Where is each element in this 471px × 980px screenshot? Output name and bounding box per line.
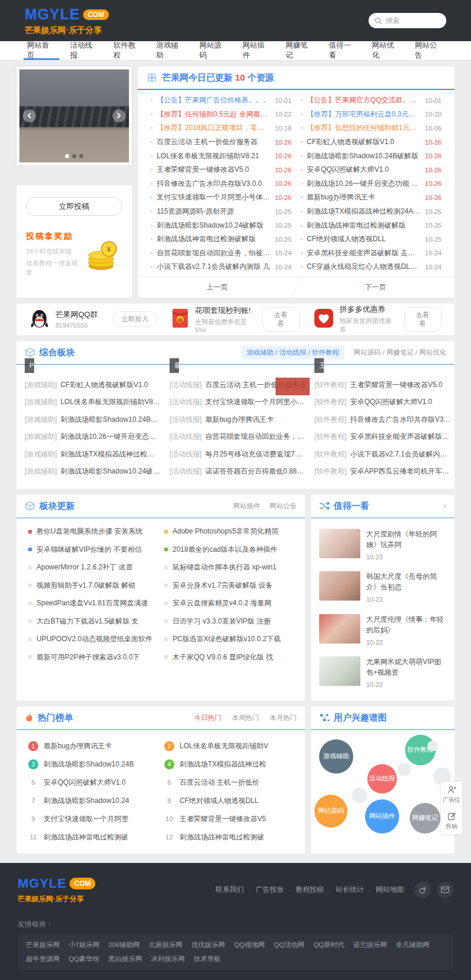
nav-item-软件教程[interactable]: 软件教程 (106, 41, 149, 60)
resource-link[interactable]: 刺激战场10.26一键开启变态功能 脚本... (61, 432, 161, 442)
resource-link[interactable]: CF绝对领域人物透视DLL (307, 234, 420, 244)
nav-item-网赚笔记[interactable]: 网赚笔记 (278, 41, 321, 60)
resource-link[interactable]: 【公告】芒果网广告位价格表。。。 (157, 95, 270, 105)
resource-link[interactable]: 刺激战场暗影Shadow10.24B破解版 (61, 415, 161, 425)
friend-link[interactable]: 非凡辅助网 (396, 941, 430, 949)
nav-item-值得一看[interactable]: 值得一看 (321, 41, 364, 60)
combo-tab-active[interactable]: 游戏辅助 / 活动线报 / 软件教程 (241, 346, 344, 359)
resource-link[interactable]: 刺激战场TX模拟器战神过检 (180, 759, 266, 769)
广告位-button[interactable]: 广告位 (441, 782, 462, 808)
resource-link[interactable]: 刺激战场暗影Shadow10.24 (44, 796, 129, 806)
friend-link[interactable]: 黑白娱乐网 (108, 955, 142, 964)
resource-link[interactable]: LOL侠名单板无限视距辅助V (180, 741, 268, 751)
interest-bubble-网站源码[interactable]: 网站源码 (314, 795, 347, 828)
updates-tab-网站公告[interactable]: 网站公告 (270, 502, 297, 511)
resource-link[interactable]: CF绝对领域人物透视DLL (180, 796, 258, 806)
worth-item[interactable]: 大尺度伦理《情事：年轻的后妈》10-22 (319, 609, 446, 652)
resource-link[interactable]: 百度云活动 主机一折低价 (180, 778, 259, 788)
footer-link-站长统计[interactable]: 站长统计 (336, 885, 364, 895)
resource-link[interactable]: Adobe Photoshops5非常简化精简 (173, 526, 278, 536)
resource-link[interactable]: 最新bug办理腾讯王卡 (307, 192, 420, 202)
carousel-dot[interactable] (65, 154, 69, 158)
promo-action-button[interactable]: 去看看 (404, 307, 442, 332)
resource-link[interactable]: 最新可用P2P种子搜索器v3.0.0下 (37, 652, 140, 662)
friend-link[interactable]: 诺兰娱乐网 (353, 941, 387, 949)
resource-link[interactable]: 【推荐】你想找的任何辅助都1元客服2 (307, 123, 420, 133)
resource-link[interactable]: 王者荣耀背景一键修改器V5.0 (350, 380, 443, 390)
hot-tab-本月热门[interactable]: 本月热门 (270, 714, 297, 722)
worth-item[interactable]: 韩国大尺度《岳母的简介》当初恋10-23 (319, 566, 446, 609)
carousel-next-icon[interactable] (112, 109, 125, 122)
search-box[interactable] (369, 13, 446, 28)
worth-item[interactable]: 尤果网米妮大萌萌VIP图包+视频资10-22 (319, 652, 446, 695)
interest-bubble-网站插件[interactable]: 网站插件 (365, 799, 399, 834)
resource-link[interactable]: 诺诺答答题百分百得最低0.88元现金红包 ... (205, 466, 306, 476)
footer-link-教程投稿[interactable]: 教程投稿 (296, 885, 324, 895)
footer-link-联系我们[interactable]: 联系我们 (215, 885, 244, 895)
resource-link[interactable]: 115资源网源码-原创开源 (157, 206, 270, 216)
resource-link[interactable]: 安卓云盘搜索精灵v4.0.2 海量网 (173, 598, 271, 608)
resource-link[interactable]: 抖音修改去广告水印共存版V3.0.0 (157, 179, 270, 189)
resource-link[interactable]: 安卓QQ闪照破解大师V1.0 (44, 778, 125, 788)
friend-link[interactable]: 超牛资源网 (26, 955, 60, 964)
interest-bubble-游戏辅助[interactable]: 游戏辅助 (319, 739, 353, 774)
footer-link-广告投放[interactable]: 广告投放 (256, 885, 284, 895)
prev-page-button[interactable]: 上一页 (138, 277, 296, 298)
resource-link[interactable]: 【推荐】2018风口正规项目，零风险 (157, 123, 270, 133)
nav-item-网站源码[interactable]: 网站源码 (193, 41, 236, 60)
nav-item-网站首页[interactable]: 网站首页 (20, 41, 63, 60)
resource-link[interactable]: 刺激战场暗影Shadow10.24破解版 (61, 466, 161, 476)
resource-link[interactable]: CF彩虹人物透视破解版V1.0 (307, 137, 420, 147)
resource-link[interactable]: 刺激战场TX模拟器战神过检测24A最新... (61, 449, 161, 459)
nav-item-网站插件[interactable]: 网站插件 (236, 41, 278, 60)
投稿-button[interactable]: 投稿 (441, 808, 462, 834)
hot-tab-今日热门[interactable]: 今日热门 (194, 714, 221, 722)
friend-link[interactable]: 优优娱乐网 (191, 941, 225, 949)
nav-item-活动线报[interactable]: 活动线报 (63, 41, 106, 60)
nav-item-网站优化[interactable]: 网站优化 (365, 41, 408, 60)
resource-link[interactable]: 安卓黑科技全能变声器破解版 去除付 (307, 248, 420, 258)
resource-link[interactable]: 百度云活动 主机一折低价服务器 (157, 137, 270, 147)
promo-action-button[interactable]: 去看看 (262, 307, 299, 332)
resource-link[interactable]: 刺激战场暗影Shadow10.24破解版 (157, 221, 270, 231)
resource-link[interactable]: 刺激战场暗影Shadow10.24B (44, 759, 134, 769)
resource-link[interactable]: 刺激战场TX模拟器战神过检测24A最新 (307, 206, 420, 216)
resource-link[interactable]: 2018最全的cad版本以及各种插件 (173, 545, 277, 555)
resource-link[interactable]: 鼠标键盘动作脚本执行器 xp-win1 (173, 562, 277, 572)
next-page-button[interactable]: 下一页 (296, 277, 455, 298)
friend-link[interactable]: QQ领地网 (234, 941, 265, 949)
resource-link[interactable]: 每月25号移动充值话费返现7%活动 23... (205, 449, 306, 459)
resource-link[interactable]: 刺激战场战神雷电过检测破 (44, 832, 128, 842)
resource-link[interactable]: 【公告】芒果网官方QQ交流群。。。 (307, 95, 420, 105)
resource-link[interactable]: SpeedPan速盘Vv1.81百度网盘满速 (37, 598, 148, 608)
footer-link-网站地图[interactable]: 网站地图 (376, 885, 404, 895)
resource-link[interactable]: 支付宝快速领取一个月阿里小号体验券 (157, 192, 270, 202)
carousel-prev-icon[interactable] (23, 109, 36, 122)
friend-link[interactable]: 北辰娱乐网 (149, 941, 183, 949)
resource-link[interactable]: 安卓APP西瓜云播老司机开车福利神器 (350, 466, 451, 476)
resource-link[interactable]: 安卓猫咪破解VIP你懂的 不要相信 (37, 545, 142, 555)
friend-link[interactable]: 206辅助网 (108, 941, 140, 949)
friend-link[interactable]: QQ新时代 (313, 941, 344, 949)
resource-link[interactable]: 安卓黑科技全能变声器破解版 去除付费... (350, 432, 451, 442)
resource-link[interactable]: LOL侠名单板无限视距辅助V8.21 (157, 151, 270, 161)
resource-link[interactable]: ApowerMirror 1.2.6.2补丁 这是 (37, 562, 132, 572)
resource-link[interactable]: 木子家QQ V9.0.6 显IP绿化版 找 (173, 652, 273, 662)
resource-link[interactable]: 日语学习 v3.3.0直装VIP版 注册 (173, 616, 271, 626)
resource-link[interactable]: 支付宝快速领取一个月阿里 (44, 814, 128, 824)
resource-link[interactable]: 自营花呗套现自动回款业务，怕被骗就 (157, 248, 270, 258)
resource-link[interactable]: 【推荐】任何辅助0.5元起 全网最低价 (157, 109, 270, 119)
resource-link[interactable]: 最新bug办理腾讯王卡 (44, 741, 112, 751)
resource-link[interactable]: 小说下载器v2.7.1会员破解内测版 几乎... (350, 449, 451, 459)
mail-icon[interactable] (437, 882, 453, 898)
resource-link[interactable]: 支付宝快速领取一个月阿里小号体验券 (205, 397, 306, 407)
combo-tab-inactive[interactable]: 网站源码 / 网赚笔记 / 网站优化 (354, 348, 446, 357)
worth-item[interactable]: 大尺度剧情《年轻的阿姨》玩弄阿10-23 (319, 524, 446, 567)
interest-bubble-网赚笔记[interactable]: 网赚笔记 (410, 803, 440, 834)
resource-link[interactable]: 安卓分身术v1.7完美破解版 设备 (173, 581, 273, 591)
updates-tab-网站插件[interactable]: 网站插件 (233, 502, 260, 511)
promo-action-button[interactable]: 立即加入 (112, 311, 157, 327)
resource-link[interactable]: 刺激战场战神雷电过检测破 (180, 832, 264, 842)
resource-link[interactable]: 小说下载器v2.7.1会员破解内测版 几 (157, 262, 270, 272)
resource-link[interactable]: 大白BT磁力下载器v1.5破解版 支 (37, 616, 138, 626)
